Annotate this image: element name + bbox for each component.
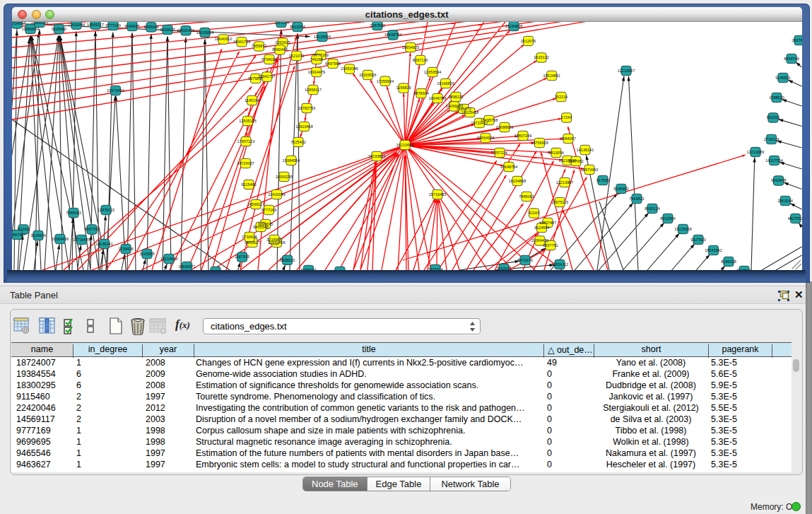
- svg-text:8471676: 8471676: [517, 258, 532, 262]
- svg-text:6479197: 6479197: [301, 268, 316, 270]
- svg-text:16210643: 16210643: [160, 257, 177, 261]
- svg-text:7625402: 7625402: [290, 140, 305, 144]
- svg-text:18724007: 18724007: [237, 161, 254, 165]
- svg-text:16914479: 16914479: [308, 70, 325, 74]
- svg-text:9975867: 9975867: [248, 76, 263, 81]
- svg-text:16154808: 16154808: [509, 179, 526, 183]
- svg-text:12213389: 12213389: [747, 150, 764, 154]
- svg-text:8427552: 8427552: [788, 216, 802, 221]
- svg-text:2803144: 2803144: [777, 199, 792, 203]
- svg-text:8878334: 8878334: [413, 91, 428, 95]
- svg-text:12923468: 12923468: [295, 124, 312, 129]
- svg-text:10046788: 10046788: [429, 96, 446, 100]
- svg-text:8813054: 8813054: [290, 25, 305, 29]
- svg-text:8454749: 8454749: [784, 57, 799, 61]
- svg-text:16782759: 16782759: [298, 106, 315, 110]
- svg-text:18807249: 18807249: [514, 134, 531, 138]
- svg-text:14569117: 14569117: [247, 202, 264, 206]
- svg-text:14569117: 14569117: [87, 23, 104, 27]
- svg-text:62160: 62160: [18, 227, 28, 231]
- svg-text:17016504: 17016504: [207, 269, 224, 270]
- svg-text:19384554: 19384554: [283, 158, 300, 163]
- svg-text:10025458: 10025458: [461, 110, 478, 115]
- svg-text:8938923: 8938923: [280, 258, 295, 262]
- svg-text:12213967: 12213967: [556, 180, 573, 185]
- svg-text:9146821: 9146821: [775, 76, 790, 80]
- svg-text:16648784: 16648784: [500, 165, 517, 169]
- svg-text:746266: 746266: [310, 57, 323, 62]
- svg-text:9242848: 9242848: [771, 178, 786, 182]
- svg-text:9657791: 9657791: [543, 243, 558, 247]
- svg-text:7357224: 7357224: [492, 151, 507, 155]
- svg-text:15720407: 15720407: [471, 121, 488, 125]
- svg-text:9115460: 9115460: [241, 182, 256, 187]
- svg-text:12353594: 12353594: [424, 70, 441, 74]
- svg-text:9465546: 9465546: [253, 225, 268, 229]
- svg-text:22420046: 22420046: [68, 23, 85, 27]
- svg-text:19166825: 19166825: [437, 81, 454, 86]
- svg-text:2718129: 2718129: [764, 137, 779, 141]
- svg-text:10688609: 10688609: [496, 125, 513, 129]
- svg-text:16033809: 16033809: [196, 30, 213, 35]
- svg-text:9463627: 9463627: [245, 240, 259, 245]
- svg-text:7357224: 7357224: [273, 22, 288, 25]
- svg-text:20364436: 20364436: [531, 238, 548, 243]
- svg-text:16648784: 16648784: [384, 33, 401, 37]
- svg-text:1156829: 1156829: [396, 86, 411, 90]
- svg-text:1145194: 1145194: [245, 98, 259, 103]
- svg-text:9474444: 9474444: [332, 269, 347, 270]
- svg-text:16107554: 16107554: [765, 158, 782, 163]
- svg-text:832203: 832203: [767, 115, 779, 119]
- svg-text:917006: 917006: [596, 178, 609, 182]
- svg-text:7663822: 7663822: [629, 197, 644, 201]
- svg-text:16640910: 16640910: [215, 37, 232, 41]
- svg-text:8267130: 8267130: [413, 58, 428, 62]
- svg-text:7632621: 7632621: [496, 267, 511, 270]
- svg-text:9327506: 9327506: [736, 269, 751, 270]
- svg-text:15716485: 15716485: [429, 192, 446, 197]
- svg-text:6497568: 6497568: [325, 62, 340, 66]
- svg-text:8660124: 8660124: [645, 206, 659, 211]
- svg-text:16033809: 16033809: [368, 154, 385, 158]
- svg-text:9245652: 9245652: [613, 187, 628, 191]
- svg-text:19524851: 19524851: [543, 74, 560, 78]
- svg-text:1615132: 1615132: [534, 55, 548, 59]
- svg-text:20691406: 20691406: [177, 28, 194, 33]
- svg-text:20364436: 20364436: [52, 237, 69, 241]
- svg-text:8186328: 8186328: [721, 259, 736, 264]
- svg-text:9777169: 9777169: [261, 208, 276, 212]
- svg-text:16210643: 16210643: [396, 143, 413, 147]
- svg-text:8912954: 8912954: [660, 216, 675, 221]
- svg-text:3624554: 3624554: [534, 226, 549, 230]
- svg-text:17359934: 17359934: [377, 79, 394, 83]
- svg-text:2867608: 2867608: [792, 38, 801, 42]
- svg-text:17240: 17240: [561, 115, 572, 119]
- svg-text:9777169: 9777169: [313, 53, 328, 57]
- svg-text:19756928: 19756928: [531, 141, 548, 145]
- svg-text:3215955: 3215955: [266, 238, 281, 242]
- svg-text:9684067: 9684067: [560, 136, 575, 141]
- svg-text:3215955: 3215955: [139, 252, 154, 256]
- svg-text:6794028: 6794028: [261, 57, 276, 62]
- svg-text:18300295: 18300295: [31, 22, 48, 25]
- svg-text:16543392: 16543392: [705, 248, 722, 252]
- svg-text:16961758: 16961758: [233, 40, 250, 44]
- svg-text:20053346: 20053346: [341, 66, 358, 71]
- svg-text:20206526: 20206526: [359, 73, 376, 77]
- svg-text:19384554: 19384554: [22, 27, 39, 31]
- svg-text:18300295: 18300295: [276, 175, 293, 179]
- svg-text:19654923: 19654923: [477, 136, 494, 140]
- svg-text:10958117: 10958117: [305, 88, 322, 92]
- svg-text:8990448: 8990448: [272, 47, 287, 52]
- svg-text:14136141: 14136141: [577, 148, 594, 152]
- svg-text:12975115: 12975115: [98, 208, 114, 212]
- svg-text:9463627: 9463627: [160, 28, 175, 32]
- svg-text:2933114: 2933114: [428, 267, 442, 270]
- svg-text:9657791: 9657791: [84, 227, 99, 231]
- svg-text:9115460: 9115460: [52, 27, 66, 31]
- svg-text:12213967: 12213967: [618, 69, 635, 73]
- svg-text:15226058: 15226058: [674, 227, 691, 231]
- svg-text:15716485: 15716485: [73, 238, 90, 242]
- svg-text:12505135: 12505135: [239, 119, 256, 123]
- svg-text:1362615: 1362615: [275, 40, 290, 45]
